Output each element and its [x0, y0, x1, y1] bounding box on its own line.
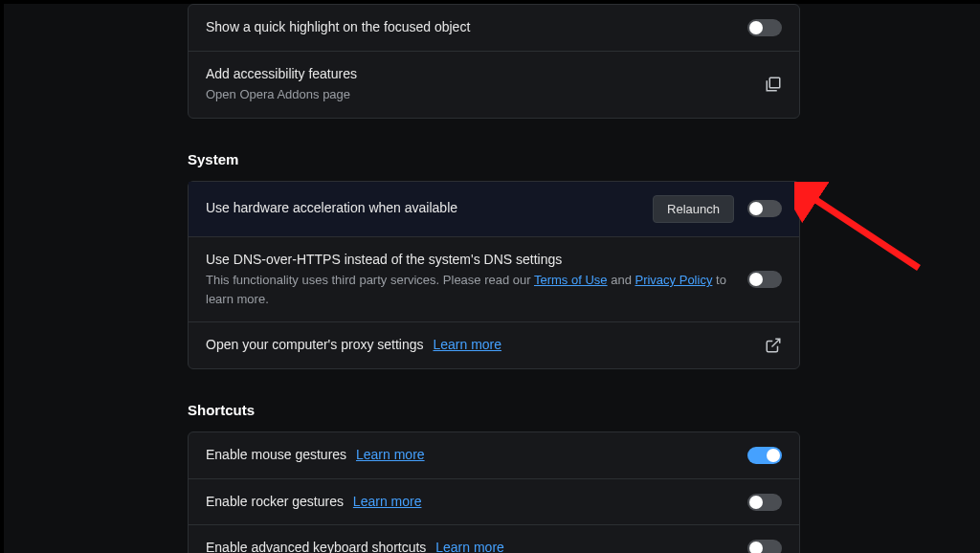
- system-card: Use hardware acceleration when available…: [188, 181, 800, 370]
- row-title: Use hardware acceleration when available: [206, 199, 641, 218]
- row-title: Enable advanced keyboard shortcuts: [206, 540, 426, 553]
- row-keyboard-shortcuts: Enable advanced keyboard shortcuts Learn…: [189, 525, 799, 553]
- svg-line-3: [806, 193, 919, 268]
- row-title: Use DNS-over-HTTPS instead of the system…: [206, 251, 736, 270]
- row-actions: [747, 19, 782, 36]
- row-text: Use hardware acceleration when available: [206, 199, 653, 218]
- row-dns-over-https: Use DNS-over-HTTPS instead of the system…: [189, 237, 799, 323]
- keyboard-learn-more-link[interactable]: Learn more: [435, 540, 504, 553]
- row-title: Add accessibility features: [206, 65, 753, 84]
- row-actions: [747, 447, 782, 464]
- svg-rect-0: [769, 77, 780, 88]
- shortcuts-card: Enable mouse gestures Learn more Enable …: [188, 431, 800, 553]
- toggle-keyboard-shortcuts[interactable]: [747, 540, 782, 553]
- row-text: Enable mouse gestures Learn more: [206, 446, 747, 465]
- row-title: Show a quick highlight on the focused ob…: [206, 18, 736, 37]
- row-actions: [747, 494, 782, 511]
- section-heading-system: System: [188, 151, 800, 167]
- row-text: Enable rocker gestures Learn more: [206, 493, 747, 512]
- row-sub: This functionality uses third party serv…: [206, 271, 736, 308]
- row-rocker-gestures: Enable rocker gestures Learn more: [189, 479, 799, 526]
- relaunch-button[interactable]: Relaunch: [653, 195, 734, 223]
- toggle-mouse-gestures[interactable]: [747, 447, 782, 464]
- privacy-policy-link[interactable]: Privacy Policy: [635, 273, 712, 287]
- proxy-learn-more-link[interactable]: Learn more: [433, 337, 501, 352]
- external-link-icon: [765, 337, 782, 354]
- row-actions: [765, 337, 782, 354]
- row-actions: [747, 271, 782, 288]
- annotation-arrow: [794, 182, 928, 277]
- row-title: Open your computer's proxy settings: [206, 337, 424, 352]
- row-text: Enable advanced keyboard shortcuts Learn…: [206, 539, 747, 553]
- toggle-rocker-gestures[interactable]: [747, 494, 782, 511]
- open-addons-icon: [765, 76, 782, 93]
- row-add-accessibility[interactable]: Add accessibility features Open Opera Ad…: [189, 52, 799, 118]
- row-proxy-settings[interactable]: Open your computer's proxy settings Lear…: [189, 322, 799, 368]
- row-text: Add accessibility features Open Opera Ad…: [206, 65, 765, 104]
- row-highlight-focused: Show a quick highlight on the focused ob…: [189, 5, 799, 52]
- section-system: System Use hardware acceleration when av…: [188, 151, 800, 370]
- row-actions: [765, 76, 782, 93]
- row-actions: [747, 540, 782, 553]
- mouse-learn-more-link[interactable]: Learn more: [356, 447, 425, 462]
- row-text: Show a quick highlight on the focused ob…: [206, 18, 747, 37]
- row-sub: Open Opera Addons page: [206, 85, 753, 104]
- doh-sub-pre: This functionality uses third party serv…: [206, 273, 534, 287]
- section-shortcuts: Shortcuts Enable mouse gestures Learn mo…: [188, 402, 800, 553]
- toggle-hardware-accel[interactable]: [747, 200, 782, 217]
- row-actions: Relaunch: [653, 195, 782, 223]
- row-title: Enable rocker gestures: [206, 494, 344, 509]
- svg-line-1: [772, 340, 780, 347]
- rocker-learn-more-link[interactable]: Learn more: [353, 494, 422, 509]
- section-heading-shortcuts: Shortcuts: [188, 402, 800, 418]
- settings-content: Show a quick highlight on the focused ob…: [188, 4, 800, 553]
- row-hardware-accel: Use hardware acceleration when available…: [189, 182, 799, 237]
- doh-and: and: [608, 273, 635, 287]
- row-mouse-gestures: Enable mouse gestures Learn more: [189, 432, 799, 479]
- toggle-highlight-focused[interactable]: [747, 19, 782, 36]
- row-text: Open your computer's proxy settings Lear…: [206, 336, 765, 355]
- accessibility-card: Show a quick highlight on the focused ob…: [188, 4, 800, 119]
- row-title: Enable mouse gestures: [206, 447, 346, 462]
- toggle-dns-over-https[interactable]: [747, 271, 782, 288]
- row-text: Use DNS-over-HTTPS instead of the system…: [206, 251, 747, 309]
- terms-of-use-link[interactable]: Terms of Use: [534, 273, 608, 287]
